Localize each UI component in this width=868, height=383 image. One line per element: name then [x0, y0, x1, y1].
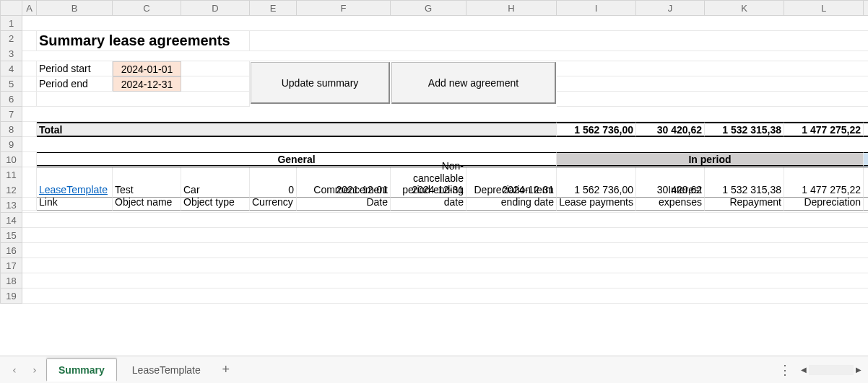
period-start-value[interactable]: 2024-01-01 [113, 61, 181, 76]
col-header-G[interactable]: G [391, 1, 466, 16]
cell[interactable] [22, 122, 37, 137]
cell[interactable] [181, 76, 250, 92]
cell[interactable] [22, 182, 37, 198]
col-header-A[interactable]: A [22, 1, 37, 16]
total-repayment: 1 532 315,38 [705, 122, 784, 137]
period-start-label: Period start [37, 61, 113, 76]
cell[interactable] [181, 61, 250, 76]
scroll-left-icon[interactable]: ◀ [799, 365, 809, 375]
col-header-D[interactable]: D [181, 1, 250, 16]
row-header-15[interactable]: 15 [1, 228, 22, 243]
data-currency: 0 [250, 182, 297, 198]
col-header-H[interactable]: H [466, 1, 557, 16]
cell[interactable] [22, 273, 868, 289]
row-header-1[interactable]: 1 [1, 16, 22, 31]
data-lease-payments: 1 562 736,00 [557, 182, 636, 198]
col-header-E[interactable]: E [250, 1, 297, 16]
cell[interactable] [22, 258, 868, 273]
period-end-label: Period end [37, 76, 113, 92]
cell[interactable] [557, 61, 868, 76]
row-header-10[interactable]: 10 [1, 152, 22, 167]
select-all-corner[interactable] [1, 1, 22, 16]
data-repayment: 1 532 315,38 [705, 182, 784, 198]
data-deprec-term-date: 2024-12-31 [466, 182, 557, 198]
link-leasetemplate[interactable]: LeaseTemplate [37, 182, 113, 198]
tab-summary[interactable]: Summary [46, 358, 117, 382]
cell[interactable] [22, 213, 868, 228]
row-header-19[interactable]: 19 [1, 289, 22, 304]
cell[interactable] [22, 107, 868, 122]
data-object-type: Car [181, 182, 250, 198]
scroll-track[interactable] [809, 365, 854, 375]
cell[interactable] [557, 76, 868, 92]
row-header-17[interactable]: 17 [1, 258, 22, 273]
col-header-J[interactable]: J [636, 1, 705, 16]
cell[interactable] [22, 137, 868, 152]
add-new-agreement-button[interactable]: Add new agreement [391, 62, 556, 104]
total-label: Total [37, 122, 557, 137]
row-header-18[interactable]: 18 [1, 273, 22, 289]
sheet-tab-bar: ‹ › Summary LeaseTemplate + ⋮ ◀ ▶ [0, 356, 868, 383]
section-general: General [37, 152, 557, 167]
data-depreciation: 1 477 275,22 [784, 182, 864, 198]
row-header-12[interactable]: 12 [1, 182, 22, 198]
col-header-L[interactable]: L [784, 1, 864, 16]
col-header-K[interactable]: K [705, 1, 784, 16]
cell[interactable] [22, 243, 868, 258]
spreadsheet-grid[interactable]: A B C D E F G H I J K L 1 2 Summary leas… [0, 0, 868, 304]
add-sheet-icon[interactable]: + [214, 362, 238, 377]
horizontal-scrollbar[interactable]: ◀ ▶ [799, 365, 864, 375]
next-sheet-icon[interactable]: › [25, 360, 45, 380]
cell[interactable] [22, 92, 37, 107]
cell[interactable] [557, 92, 868, 107]
row-header-13[interactable]: 13 [1, 198, 22, 213]
cell[interactable] [864, 182, 868, 198]
cell[interactable] [22, 289, 868, 304]
prev-sheet-icon[interactable]: ‹ [4, 360, 25, 380]
row-header-16[interactable]: 16 [1, 243, 22, 258]
scroll-right-icon[interactable]: ▶ [854, 365, 864, 375]
cell[interactable] [22, 198, 868, 213]
row-header-6[interactable]: 6 [1, 92, 22, 107]
total-lease-payments: 1 562 736,00 [557, 122, 636, 137]
cell[interactable] [22, 228, 868, 243]
cell[interactable] [22, 152, 37, 167]
col-header-more[interactable] [864, 1, 868, 16]
col-header-I[interactable]: I [557, 1, 636, 16]
col-header-F[interactable]: F [297, 1, 391, 16]
update-summary-button[interactable]: Update summary [251, 62, 390, 104]
cell[interactable] [864, 122, 868, 137]
cell[interactable] [22, 16, 868, 31]
total-depreciation: 1 477 275,22 [784, 122, 864, 137]
data-noncancel-date: 2024-12-31 [391, 182, 466, 198]
row-header-9[interactable]: 9 [1, 137, 22, 152]
section-in-period: In period [557, 152, 864, 167]
tab-options-icon[interactable]: ⋮ [778, 362, 790, 378]
row-header-8[interactable]: 8 [1, 122, 22, 137]
row-header-14[interactable]: 14 [1, 213, 22, 228]
row-header-7[interactable]: 7 [1, 107, 22, 122]
cell[interactable] [22, 46, 868, 61]
tab-leasetemplate[interactable]: LeaseTemplate [120, 358, 213, 382]
row-header-5[interactable]: 5 [1, 76, 22, 92]
cell[interactable] [22, 61, 37, 76]
data-interest-expenses: 30 420,62 [636, 182, 705, 198]
period-end-value[interactable]: 2024-12-31 [113, 76, 181, 92]
cell[interactable] [37, 92, 250, 107]
cell[interactable] [22, 76, 37, 92]
cell[interactable] [864, 152, 868, 167]
row-header-3[interactable]: 3 [1, 46, 22, 61]
total-interest-expenses: 30 420,62 [636, 122, 705, 137]
data-object-name: Test [113, 182, 181, 198]
data-commencement-date: 2021-12-01 [297, 182, 391, 198]
row-header-4[interactable]: 4 [1, 61, 22, 76]
col-header-C[interactable]: C [113, 1, 181, 16]
col-header-B[interactable]: B [37, 1, 113, 16]
